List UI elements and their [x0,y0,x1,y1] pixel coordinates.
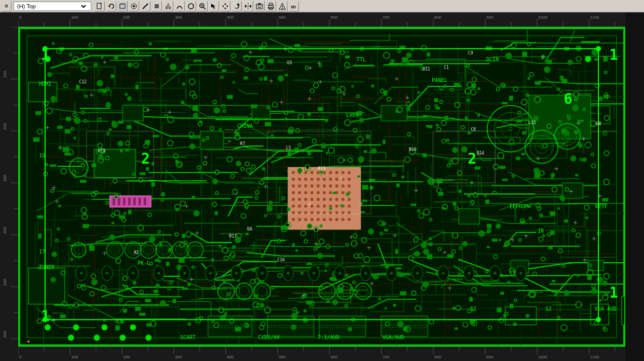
app-icon: ⊞ [1,1,11,11]
layer-select[interactable]: (H) Top （H) Bottom (H) Inner1 (H) Inner2 [15,3,88,10]
svg-marker-24 [237,3,240,5]
svg-rect-2 [120,4,125,8]
titlebar: ⊞ (H) Top （H) Bottom (H) Inner1 (H) Inne… [0,0,644,12]
cut-tool[interactable] [163,1,173,11]
drc-tool[interactable] [277,1,287,11]
mirror-tool[interactable] [243,1,253,11]
svg-point-6 [133,5,135,7]
ruler-corner-tl [0,12,18,27]
svg-line-12 [168,5,170,7]
cursor-indicator: + [27,339,30,344]
arc-tool[interactable] [174,1,185,11]
layer-dropdown[interactable]: (H) Top （H) Bottom (H) Inner1 (H) Inner2 [13,2,91,11]
svg-point-14 [188,4,194,9]
svg-marker-23 [227,5,228,7]
pcb-board[interactable]: 1 1 1 1 2 2 6 TTL DCIN PANEL HDMI LVDS T… [18,27,625,346]
svg-rect-30 [258,3,261,4]
svg-rect-8 [155,4,159,8]
svg-point-10 [169,7,171,9]
svg-marker-22 [222,5,224,7]
zoom-tool[interactable] [197,1,208,11]
svg-marker-19 [211,4,215,9]
print-tool[interactable] [266,1,276,11]
ruler-top [18,12,625,27]
ruler-corner-bl [0,346,18,361]
main-toolbar: 3D [94,1,299,11]
svg-line-11 [167,5,168,7]
track-tool[interactable] [140,1,150,11]
svg-line-7 [143,4,148,9]
cursor-symbol: + [27,339,30,344]
svg-rect-32 [269,3,272,5]
svg-marker-1 [108,5,110,8]
pcb-canvas [19,28,624,345]
undo-tool[interactable] [106,1,116,11]
ruler-bottom [18,346,625,361]
pad-tool[interactable] [152,1,162,11]
move-tool[interactable] [220,1,230,11]
svg-marker-27 [249,5,251,8]
select-tool[interactable] [209,1,219,11]
rotate-tool[interactable] [231,1,242,11]
svg-marker-21 [224,8,226,9]
svg-marker-20 [224,3,226,5]
svg-text:3D: 3D [291,5,296,9]
svg-marker-26 [245,5,247,8]
new-tool[interactable] [94,1,105,11]
via-tool[interactable] [129,1,139,11]
svg-point-9 [166,7,168,9]
svg-line-16 [203,7,205,9]
pcb-viewer[interactable]: 1 1 1 1 2 2 6 TTL DCIN PANEL HDMI LVDS T… [0,12,644,361]
svg-point-36 [282,8,283,9]
photo-tool[interactable] [254,1,265,11]
3dview-tool[interactable]: 3D [289,1,299,11]
ruler-left [0,27,18,346]
component-tool[interactable] [117,1,128,11]
circle-tool[interactable] [186,1,196,11]
svg-point-29 [258,5,261,8]
